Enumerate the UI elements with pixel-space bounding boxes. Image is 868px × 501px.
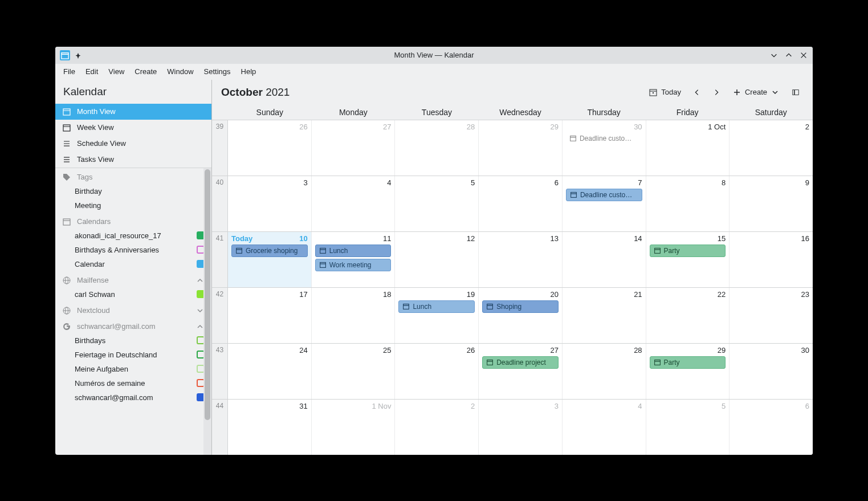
section-header[interactable]: Calendars [55,213,211,229]
day-cell[interactable]: 2 [730,120,813,176]
event[interactable]: Party [650,245,726,257]
day-cell[interactable]: 18 [312,288,396,343]
menu-settings[interactable]: Settings [199,65,235,78]
day-cell[interactable]: 22 [646,288,730,343]
day-cell[interactable]: 29Party [646,344,730,399]
day-cell[interactable]: 20Shoping [479,288,563,343]
sidebar-item[interactable]: carl Schwan [55,287,211,302]
calendar-icon [486,303,494,310]
sidebar-item[interactable]: akonadi_ical_resource_17 [55,229,211,243]
maximize-button[interactable] [784,51,793,60]
event[interactable]: Lunch [398,300,475,313]
day-cell[interactable]: 29 [479,120,563,176]
day-number: 6 [733,402,809,410]
event[interactable]: Deadline project [482,356,559,369]
section-header[interactable]: Mailfense [55,271,211,287]
day-cell[interactable]: 4 [312,176,396,231]
day-cell[interactable]: 30Deadline custo… [563,120,646,176]
day-cell[interactable]: 7Deadline custo… [563,176,646,231]
today-button[interactable]: Today [644,85,686,99]
menu-window[interactable]: Window [162,65,198,78]
day-cell[interactable]: 8 [646,176,730,231]
view-tasks-view[interactable]: Tasks View [55,152,211,168]
day-cell[interactable]: Today10Grocerie shoping [228,232,312,287]
day-cell[interactable]: 6 [479,176,563,231]
day-cell[interactable]: 11LunchWork meeting [312,232,396,287]
day-cell[interactable]: 27 [312,120,396,176]
svg-rect-22 [653,92,654,93]
day-cell[interactable]: 3 [479,400,563,455]
day-number: 1 Nov [315,402,392,410]
day-cell[interactable]: 31 [228,400,312,455]
day-cell[interactable]: 24 [228,344,312,399]
day-cell[interactable]: 17 [228,288,312,343]
day-cell[interactable]: 26 [228,120,312,176]
titlebar[interactable]: Month View — Kalendar [55,47,813,64]
day-cell[interactable]: 19Lunch [395,288,479,343]
event[interactable]: Grocerie shoping [231,245,308,257]
day-cell[interactable]: 14 [563,232,646,287]
section-header[interactable]: schwancarl@gmail.com [55,317,211,333]
week-number: 43 [212,344,228,399]
menu-edit[interactable]: Edit [81,65,103,78]
day-cell[interactable]: 28 [563,344,646,399]
day-cell[interactable]: 27Deadline project [479,344,563,399]
create-button[interactable]: Create [728,85,784,99]
sidebar-item[interactable]: Birthdays & Anniversaries [55,243,211,257]
event[interactable]: Deadline custo… [566,189,642,201]
event[interactable]: Shoping [482,300,559,313]
prev-button[interactable] [689,84,705,100]
sidebar-item[interactable]: Calendar [55,257,211,271]
day-cell[interactable]: 5 [395,176,479,231]
next-button[interactable] [708,84,724,100]
section-header[interactable]: Nextcloud [55,302,211,317]
day-cell[interactable]: 1 Oct [646,120,730,176]
sidebar-item[interactable]: Feiertage in Deutschland [55,348,211,362]
week-row: 42171819Lunch20Shoping212223 [212,288,813,344]
menu-help[interactable]: Help [237,65,261,78]
sidebar-item[interactable]: Meeting [55,198,211,213]
day-cell[interactable]: 3 [228,176,312,231]
sidebar-item[interactable]: Numéros de semaine [55,376,211,390]
menu-file[interactable]: File [59,65,80,78]
menu-create[interactable]: Create [130,65,161,78]
day-cell[interactable]: 25 [312,344,396,399]
day-cell[interactable]: 16 [730,232,813,287]
minimize-button[interactable] [769,51,779,60]
day-cell[interactable]: 30 [730,344,813,399]
sidebar-item[interactable]: Meine Aufgaben [55,362,211,376]
week-row: 44311 Nov23456 [212,400,813,455]
day-cell[interactable]: 12 [395,232,479,287]
sidebar-item[interactable]: Birthday [55,184,211,198]
view-options-button[interactable] [788,84,804,100]
event[interactable]: Lunch [315,245,392,257]
day-cell[interactable]: 26 [395,344,479,399]
day-cell[interactable]: 1 Nov [312,400,396,455]
event[interactable]: Deadline custo… [566,133,642,144]
close-button[interactable] [799,51,808,60]
scrollbar-thumb[interactable] [205,169,210,420]
day-cell[interactable]: 9 [730,176,813,231]
pin-icon[interactable] [75,51,83,59]
day-cell[interactable]: 21 [563,288,646,343]
day-cell[interactable]: 23 [730,288,813,343]
section-header[interactable]: Tags [55,168,211,184]
day-cell[interactable]: 6 [730,400,813,455]
sidebar-item[interactable]: schwancarl@gmail.com [55,390,211,405]
sidebar-scroll[interactable]: TagsBirthdayMeetingCalendarsakonadi_ical… [55,168,211,455]
day-cell[interactable]: 2 [395,400,479,455]
day-cell[interactable]: 13 [479,232,563,287]
view-week-view[interactable]: Week View [55,120,211,136]
day-cell[interactable]: 4 [563,400,646,455]
event[interactable]: Work meeting [315,259,392,271]
event[interactable]: Party [650,356,726,369]
scrollbar-track[interactable] [203,168,211,455]
day-cell[interactable]: 15Party [646,232,730,287]
sidebar-item[interactable]: Birthdays [55,333,211,348]
view-schedule-view[interactable]: Schedule View [55,136,211,152]
menu-view[interactable]: View [104,65,129,78]
svg-rect-2 [63,109,70,115]
day-cell[interactable]: 5 [646,400,730,455]
view-month-view[interactable]: Month View [55,104,211,120]
day-cell[interactable]: 28 [395,120,479,176]
